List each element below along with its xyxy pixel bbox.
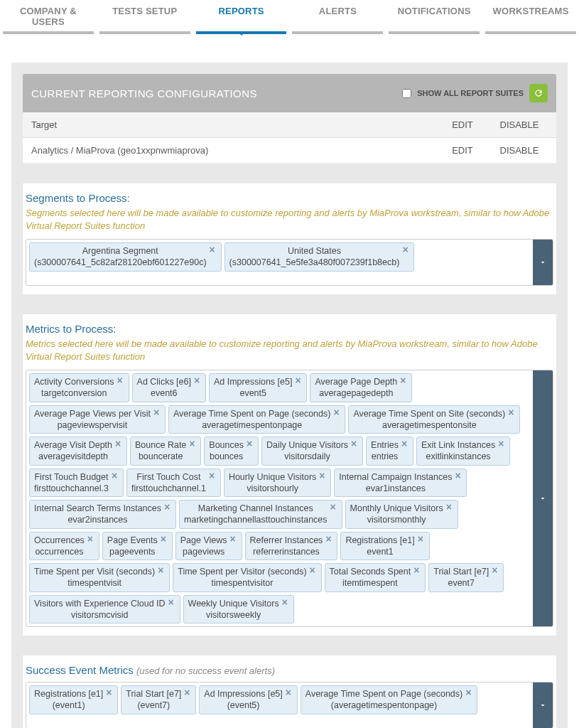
metrics-tag-area[interactable]: Activity Conversionstargetconversion×Ad …	[26, 370, 553, 627]
success-dropdown[interactable]	[533, 682, 553, 728]
remove-tag-icon[interactable]: ×	[418, 535, 426, 543]
remove-tag-icon[interactable]: ×	[87, 535, 96, 543]
tag[interactable]: Average Visit Depthaveragevisitdepth×	[29, 437, 127, 466]
remove-tag-icon[interactable]: ×	[465, 688, 474, 697]
remove-tag-icon[interactable]: ×	[401, 439, 410, 448]
tag[interactable]: Ad Impressions [e5](event5)×	[199, 685, 297, 714]
remove-tag-icon[interactable]: ×	[117, 376, 126, 385]
tag[interactable]: First Touch Costfirsttouchchannel.1×	[126, 469, 221, 498]
tab-reports[interactable]: REPORTS	[196, 0, 287, 34]
tag[interactable]: Time Spent per Visit (seconds)timespentv…	[29, 563, 170, 592]
tab-notifications[interactable]: NOTIFICATIONS	[389, 0, 480, 34]
remove-tag-icon[interactable]: ×	[286, 688, 294, 697]
tag-label: Time Spent per Visit (seconds)	[34, 566, 155, 577]
disable-button[interactable]: DISABLE	[491, 145, 548, 156]
remove-tag-icon[interactable]: ×	[498, 439, 507, 448]
tag[interactable]: Argentina Segment(s300007641_5c82af28120…	[29, 242, 222, 272]
remove-tag-icon[interactable]: ×	[295, 376, 303, 385]
remove-tag-icon[interactable]: ×	[164, 503, 173, 511]
refresh-button[interactable]	[529, 84, 548, 102]
remove-tag-icon[interactable]: ×	[508, 408, 516, 417]
tag[interactable]: Trial Start [e7](event7)×	[121, 685, 196, 714]
remove-tag-icon[interactable]: ×	[153, 408, 162, 417]
segments-tags[interactable]: Argentina Segment(s300007641_5c82af28120…	[26, 240, 533, 285]
tag[interactable]: Weekly Unique Visitorsvisitorsweekly×	[183, 595, 294, 624]
tag-label: Occurrences	[34, 535, 85, 546]
remove-tag-icon[interactable]: ×	[413, 566, 422, 574]
remove-tag-icon[interactable]: ×	[247, 439, 255, 448]
remove-tag-icon[interactable]: ×	[319, 471, 328, 480]
tag[interactable]: Ad Impressions [e5]event5×	[209, 373, 307, 402]
tab-alerts[interactable]: ALERTS	[292, 0, 383, 34]
tag[interactable]: United States(s300007641_5e5fe3a480f0072…	[224, 242, 415, 272]
tab-tests-setup[interactable]: TESTS SETUP	[99, 0, 190, 34]
remove-tag-icon[interactable]: ×	[161, 535, 169, 543]
remove-tag-icon[interactable]: ×	[310, 566, 318, 574]
metrics-dropdown[interactable]	[533, 370, 553, 626]
remove-tag-icon[interactable]: ×	[194, 376, 202, 385]
remove-tag-icon[interactable]: ×	[158, 566, 166, 574]
tag[interactable]: Average Time Spent on Page (seconds)(ave…	[301, 685, 477, 714]
tag[interactable]: Occurrencesoccurrences×	[29, 532, 99, 561]
remove-tag-icon[interactable]: ×	[351, 439, 359, 448]
tag[interactable]: Registrations [e1](event1)×	[29, 685, 118, 714]
tag[interactable]: Registrations [e1]event1×	[340, 532, 429, 561]
tag[interactable]: Monthly Unique Visitorsvisitorsmonthly×	[345, 500, 458, 529]
tag[interactable]: Hourly Unique Visitorsvisitorshourly×	[224, 469, 331, 498]
tag-label: Ad Impressions [e5]	[204, 688, 282, 700]
segments-dropdown[interactable]	[533, 240, 553, 285]
tag[interactable]: First Touch Budgetfirsttouchchannel.3×	[29, 469, 124, 498]
tag[interactable]: Bounce Ratebouncerate×	[130, 437, 201, 466]
remove-tag-icon[interactable]: ×	[492, 566, 500, 574]
tab-company-users[interactable]: COMPANY & USERS	[3, 0, 94, 34]
tag[interactable]: Exit Link Instancesexitlinkinstances×	[416, 437, 510, 466]
remove-tag-icon[interactable]: ×	[184, 688, 193, 697]
remove-tag-icon[interactable]: ×	[115, 439, 124, 448]
tag[interactable]: Total Seconds Spentitemtimespent×	[325, 563, 426, 592]
success-tag-area[interactable]: Registrations [e1](event1)×Trial Start […	[26, 682, 553, 728]
tag-sublabel: (s300007641_5e5fe3a480f007239f1b8ecb)	[229, 257, 400, 268]
remove-tag-icon[interactable]: ×	[330, 503, 339, 511]
remove-tag-icon[interactable]: ×	[112, 471, 120, 480]
tag[interactable]: Average Time Spent on Page (seconds)aver…	[168, 405, 345, 434]
tag[interactable]: Time Spent per Visitor (seconds)timespen…	[173, 563, 321, 592]
tag[interactable]: Activity Conversionstargetconversion×	[29, 373, 129, 402]
remove-tag-icon[interactable]: ×	[106, 688, 114, 697]
remove-tag-icon[interactable]: ×	[209, 471, 217, 480]
remove-tag-icon[interactable]: ×	[402, 245, 411, 254]
tag[interactable]: Average Time Spent on Site (seconds)aver…	[348, 405, 520, 434]
remove-tag-icon[interactable]: ×	[325, 535, 334, 543]
remove-tag-icon[interactable]: ×	[210, 245, 218, 254]
tag[interactable]: Entriesentries×	[366, 437, 413, 466]
tag[interactable]: Ad Clicks [e6]event6×	[132, 373, 206, 402]
tag[interactable]: Referrer Instancesreferrerinstances×	[245, 532, 338, 561]
show-all-checkbox[interactable]	[402, 89, 411, 98]
tag[interactable]: Daily Unique Visitorsvisitorsdaily×	[261, 437, 363, 466]
success-tags[interactable]: Registrations [e1](event1)×Trial Start […	[26, 682, 533, 728]
tag[interactable]: Internal Search Terms Instancesevar2inst…	[29, 500, 176, 529]
metrics-tags[interactable]: Activity Conversionstargetconversion×Ad …	[26, 370, 533, 626]
remove-tag-icon[interactable]: ×	[168, 598, 177, 606]
tag-sublabel: targetconversion	[41, 387, 107, 399]
tab-workstreams[interactable]: WORKSTREAMS	[485, 0, 576, 34]
tag[interactable]: Visitors with Experience Cloud IDvisitor…	[29, 595, 180, 624]
remove-tag-icon[interactable]: ×	[282, 598, 291, 606]
remove-tag-icon[interactable]: ×	[446, 503, 455, 511]
edit-button[interactable]: EDIT	[434, 145, 491, 156]
tag[interactable]: Trial Start [e7]event7×	[428, 563, 504, 592]
tag[interactable]: Marketing Channel Instancesmarketingchan…	[179, 500, 342, 529]
tag[interactable]: Average Page Views per Visitpageviewsper…	[29, 405, 166, 434]
remove-tag-icon[interactable]: ×	[230, 535, 239, 543]
tag-sublabel: (averagetimespentonpage)	[331, 700, 437, 711]
tag-label: Trial Start [e7]	[126, 688, 181, 700]
segments-tag-area[interactable]: Argentina Segment(s300007641_5c82af28120…	[26, 239, 553, 286]
tag[interactable]: Bouncesbounces×	[204, 437, 259, 466]
remove-tag-icon[interactable]: ×	[455, 471, 463, 480]
tag[interactable]: Average Page Depthaveragepagedepth×	[310, 373, 412, 402]
remove-tag-icon[interactable]: ×	[189, 439, 197, 448]
remove-tag-icon[interactable]: ×	[400, 376, 408, 385]
tag[interactable]: Page Eventspageevents×	[102, 532, 173, 561]
tag[interactable]: Page Viewspageviews×	[175, 532, 242, 561]
remove-tag-icon[interactable]: ×	[333, 408, 342, 417]
tag[interactable]: Internal Campaign Instancesevar1instance…	[334, 469, 467, 498]
